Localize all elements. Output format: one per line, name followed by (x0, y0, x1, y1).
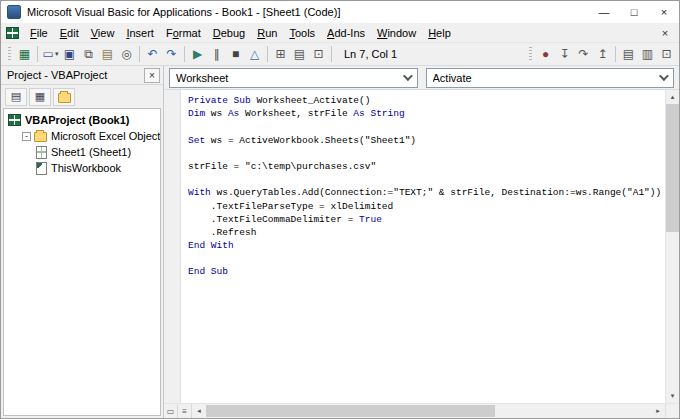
code-line[interactable]: With ws.QueryTables.Add(Connection:="TEX… (188, 186, 663, 199)
tree-item-sheet1-sheet1[interactable]: Sheet1 (Sheet1) (4, 144, 160, 160)
project-explorer-panel: Project - VBAProject × ▤▦ VBAProject (Bo… (1, 66, 164, 418)
code-line[interactable] (188, 173, 663, 186)
run-button[interactable]: ▶ (188, 45, 207, 64)
break-button[interactable]: ∥ (207, 45, 226, 64)
code-line[interactable]: .TextFileParseType = xlDelimited (188, 200, 663, 213)
object-dropdown-value: Worksheet (176, 72, 403, 84)
code-line[interactable]: .Refresh (188, 226, 663, 239)
design-mode-button[interactable]: △ (245, 45, 264, 64)
folder-icon (58, 93, 71, 103)
project-explorer-icon: ⊞ (275, 48, 285, 60)
insert-userform-button[interactable]: ▭▾ (41, 45, 60, 64)
code-line[interactable] (188, 252, 663, 265)
undo-button[interactable]: ↶ (143, 45, 162, 64)
step-out-button[interactable]: ↥ (593, 45, 612, 64)
toolbar-separator (139, 46, 140, 62)
code-line[interactable]: End With (188, 239, 663, 252)
scroll-up-icon[interactable]: ▴ (666, 90, 679, 104)
code-line[interactable]: Set ws = ActiveWorkbook.Sheets("Sheet1") (188, 134, 663, 147)
code-line[interactable]: .TextFileCommaDelimiter = True (188, 213, 663, 226)
code-icon: ▤ (11, 90, 21, 103)
watch-window-button[interactable]: ⊡ (657, 45, 676, 64)
object-browser-button[interactable]: ⊡ (309, 45, 328, 64)
break-icon: ∥ (214, 48, 220, 60)
find-button[interactable]: ◎ (117, 45, 136, 64)
menu-insert[interactable]: Insert (120, 25, 160, 41)
locals-window-icon: ▤ (623, 48, 634, 60)
toggle-folders-button[interactable] (53, 88, 75, 106)
tree-item-microsoft-excel-objects[interactable]: -Microsoft Excel Objects (4, 128, 160, 144)
project-panel-toolbar: ▤▦ (1, 85, 163, 108)
project-explorer-button[interactable]: ⊞ (271, 45, 290, 64)
save-button[interactable]: ▣ (60, 45, 79, 64)
scroll-down-icon[interactable]: ▾ (666, 389, 679, 403)
menu-help[interactable]: Help (422, 25, 457, 41)
copy-button[interactable]: ⧉ (79, 45, 98, 64)
menu-debug[interactable]: Debug (207, 25, 251, 41)
view-microsoft-excel-button[interactable]: ▦ (15, 45, 34, 64)
maximize-button[interactable]: □ (619, 1, 649, 23)
menu-window[interactable]: Window (371, 25, 422, 41)
toolbar-separator (184, 46, 185, 62)
code-line[interactable]: Dim ws As Worksheet, strFile As String (188, 107, 663, 120)
code-window: Worksheet Activate Private Sub Worksheet… (164, 66, 679, 418)
menu-addins[interactable]: Add-Ins (321, 25, 371, 41)
view-object-button[interactable]: ▦ (29, 88, 51, 106)
reset-button[interactable]: ■ (226, 45, 245, 64)
toggle-breakpoint-button[interactable]: ● (536, 45, 555, 64)
menu-bar: FileEditViewInsertFormatDebugRunToolsAdd… (1, 23, 679, 43)
properties-window-button[interactable]: ▤ (290, 45, 309, 64)
scroll-right-icon[interactable]: ▸ (651, 404, 665, 418)
minimize-button[interactable]: — (589, 1, 619, 23)
vertical-scrollbar[interactable]: ▴ ▾ (665, 90, 679, 403)
procedure-view-button[interactable]: ▭ (164, 404, 178, 418)
collapse-icon[interactable]: - (22, 132, 31, 141)
cursor-position-indicator: Ln 7, Col 1 (344, 48, 397, 60)
tree-item-vbaproject-book1[interactable]: VBAProject (Book1) (4, 112, 160, 128)
procedure-dropdown[interactable]: Activate (426, 68, 675, 88)
horizontal-scroll-thumb[interactable] (206, 405, 495, 417)
code-line[interactable] (188, 120, 663, 133)
workbook-icon (36, 162, 47, 175)
paste-button[interactable]: ▤ (98, 45, 117, 64)
menu-tools[interactable]: Tools (283, 25, 321, 41)
menu-run[interactable]: Run (251, 25, 283, 41)
project-panel-close-button[interactable]: × (144, 68, 160, 83)
step-over-button[interactable]: ↷ (574, 45, 593, 64)
menu-file[interactable]: File (24, 25, 54, 41)
immediate-window-button[interactable]: ▥ (638, 45, 657, 64)
save-icon: ▣ (64, 48, 75, 60)
tree-item-thisworkbook[interactable]: ThisWorkbook (4, 160, 160, 176)
vba-app-icon[interactable] (7, 5, 21, 19)
full-module-view-button[interactable]: ≡ (178, 404, 192, 418)
scroll-left-icon[interactable]: ◂ (192, 404, 206, 418)
code-header-row: Worksheet Activate (164, 66, 679, 90)
code-line[interactable]: strFile = "c:\temp\purchases.csv" (188, 160, 663, 173)
margin-indicator-bar[interactable] (164, 90, 181, 403)
child-window-close-button[interactable]: × (656, 27, 674, 39)
code-line[interactable]: Private Sub Worksheet_Activate() (188, 94, 663, 107)
find-icon: ◎ (121, 48, 131, 60)
tree-item-label: ThisWorkbook (51, 162, 121, 174)
watch-window-icon: ⊡ (661, 48, 671, 60)
code-line[interactable] (188, 147, 663, 160)
horizontal-scroll-track[interactable] (206, 404, 651, 418)
vertical-scroll-track[interactable] (666, 104, 679, 389)
menu-format[interactable]: Format (160, 25, 207, 41)
step-into-button[interactable]: ↧ (555, 45, 574, 64)
toolbar-grip[interactable] (8, 47, 11, 62)
object-dropdown[interactable]: Worksheet (169, 68, 418, 88)
vertical-scroll-thumb[interactable] (666, 104, 679, 232)
step-out-icon: ↥ (597, 48, 607, 60)
menu-view[interactable]: View (85, 25, 121, 41)
close-button[interactable]: × (649, 1, 679, 23)
redo-button[interactable]: ↷ (162, 45, 181, 64)
project-panel-header: Project - VBAProject × (1, 66, 163, 85)
menu-edit[interactable]: Edit (54, 25, 85, 41)
locals-window-button[interactable]: ▤ (619, 45, 638, 64)
code-text-area[interactable]: Private Sub Worksheet_Activate()Dim ws A… (181, 90, 665, 403)
code-line[interactable]: End Sub (188, 265, 663, 278)
excel-sheet-icon[interactable] (6, 27, 19, 39)
toolbar-grip[interactable] (529, 47, 532, 62)
view-code-button[interactable]: ▤ (5, 88, 27, 106)
